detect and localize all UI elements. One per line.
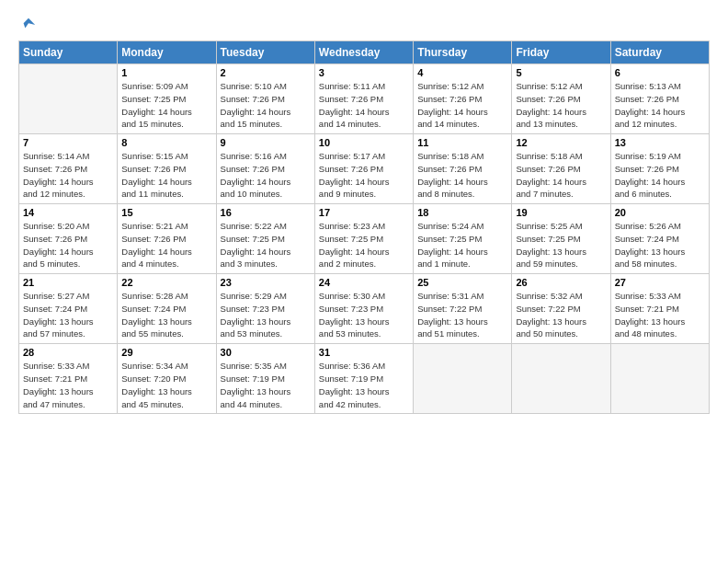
cell-info-text: Sunrise: 5:22 AMSunset: 7:25 PMDaylight:… <box>221 220 311 270</box>
calendar-cell: 27Sunrise: 5:33 AMSunset: 7:21 PMDayligh… <box>610 274 709 344</box>
cell-date-number: 27 <box>615 277 705 288</box>
header <box>18 17 710 33</box>
cell-date-number: 31 <box>319 347 409 358</box>
cell-info-text: Sunrise: 5:10 AMSunset: 7:26 PMDaylight:… <box>221 80 311 131</box>
cell-date-number: 2 <box>221 67 311 78</box>
calendar-header-saturday: Saturday <box>610 41 709 64</box>
calendar-cell: 1Sunrise: 5:09 AMSunset: 7:25 PMDaylight… <box>118 64 216 134</box>
cell-date-number: 10 <box>319 137 409 148</box>
calendar-cell: 20Sunrise: 5:26 AMSunset: 7:24 PMDayligh… <box>610 204 709 274</box>
calendar-header-tuesday: Tuesday <box>216 41 314 64</box>
calendar-cell: 2Sunrise: 5:10 AMSunset: 7:26 PMDaylight… <box>216 64 314 134</box>
calendar-cell: 31Sunrise: 5:36 AMSunset: 7:19 PMDayligh… <box>314 344 413 414</box>
calendar-cell: 24Sunrise: 5:30 AMSunset: 7:23 PMDayligh… <box>314 274 413 344</box>
calendar-cell: 17Sunrise: 5:23 AMSunset: 7:25 PMDayligh… <box>314 204 413 274</box>
logo-text <box>18 17 37 33</box>
calendar-cell: 21Sunrise: 5:27 AMSunset: 7:24 PMDayligh… <box>19 274 118 344</box>
cell-info-text: Sunrise: 5:16 AMSunset: 7:26 PMDaylight:… <box>221 150 311 201</box>
calendar-cell: 15Sunrise: 5:21 AMSunset: 7:26 PMDayligh… <box>118 204 216 274</box>
cell-info-text: Sunrise: 5:09 AMSunset: 7:25 PMDaylight:… <box>121 80 211 131</box>
cell-date-number: 30 <box>221 347 311 358</box>
calendar-cell: 3Sunrise: 5:11 AMSunset: 7:26 PMDaylight… <box>314 64 413 134</box>
cell-info-text: Sunrise: 5:34 AMSunset: 7:20 PMDaylight:… <box>121 360 211 410</box>
calendar-week-row: 1Sunrise: 5:09 AMSunset: 7:25 PMDaylight… <box>19 64 710 134</box>
calendar-week-row: 21Sunrise: 5:27 AMSunset: 7:24 PMDayligh… <box>19 274 710 344</box>
cell-date-number: 5 <box>516 67 606 78</box>
cell-date-number: 16 <box>221 207 311 218</box>
cell-date-number: 15 <box>121 207 211 218</box>
cell-date-number: 8 <box>121 137 211 148</box>
cell-info-text: Sunrise: 5:14 AMSunset: 7:26 PMDaylight:… <box>23 150 113 201</box>
calendar-header-thursday: Thursday <box>414 41 512 64</box>
calendar-cell <box>414 344 512 414</box>
calendar-week-row: 7Sunrise: 5:14 AMSunset: 7:26 PMDaylight… <box>19 134 710 204</box>
cell-info-text: Sunrise: 5:11 AMSunset: 7:26 PMDaylight:… <box>319 80 409 131</box>
svg-marker-0 <box>24 18 36 29</box>
calendar-table: SundayMondayTuesdayWednesdayThursdayFrid… <box>18 40 710 414</box>
calendar-cell: 13Sunrise: 5:19 AMSunset: 7:26 PMDayligh… <box>610 134 709 204</box>
cell-date-number: 12 <box>516 137 606 148</box>
page: SundayMondayTuesdayWednesdayThursdayFrid… <box>0 0 728 423</box>
calendar-cell: 6Sunrise: 5:13 AMSunset: 7:26 PMDaylight… <box>610 64 709 134</box>
calendar-header-wednesday: Wednesday <box>314 41 413 64</box>
calendar-cell: 7Sunrise: 5:14 AMSunset: 7:26 PMDaylight… <box>19 134 118 204</box>
logo-bird-icon <box>20 17 37 33</box>
cell-info-text: Sunrise: 5:28 AMSunset: 7:24 PMDaylight:… <box>121 290 211 340</box>
calendar-cell: 10Sunrise: 5:17 AMSunset: 7:26 PMDayligh… <box>314 134 413 204</box>
cell-info-text: Sunrise: 5:31 AMSunset: 7:22 PMDaylight:… <box>417 290 507 340</box>
cell-date-number: 14 <box>23 207 113 218</box>
cell-date-number: 13 <box>615 137 705 148</box>
calendar-cell <box>512 344 610 414</box>
cell-info-text: Sunrise: 5:36 AMSunset: 7:19 PMDaylight:… <box>319 360 409 410</box>
calendar-cell: 18Sunrise: 5:24 AMSunset: 7:25 PMDayligh… <box>414 204 512 274</box>
cell-info-text: Sunrise: 5:23 AMSunset: 7:25 PMDaylight:… <box>319 220 409 270</box>
cell-date-number: 23 <box>221 277 311 288</box>
cell-info-text: Sunrise: 5:13 AMSunset: 7:26 PMDaylight:… <box>615 80 705 131</box>
cell-info-text: Sunrise: 5:12 AMSunset: 7:26 PMDaylight:… <box>417 80 507 131</box>
cell-date-number: 3 <box>319 67 409 78</box>
calendar-cell <box>610 344 709 414</box>
calendar-cell: 5Sunrise: 5:12 AMSunset: 7:26 PMDaylight… <box>512 64 610 134</box>
calendar-week-row: 14Sunrise: 5:20 AMSunset: 7:26 PMDayligh… <box>19 204 710 274</box>
calendar-cell: 29Sunrise: 5:34 AMSunset: 7:20 PMDayligh… <box>118 344 216 414</box>
cell-info-text: Sunrise: 5:18 AMSunset: 7:26 PMDaylight:… <box>417 150 507 201</box>
cell-info-text: Sunrise: 5:12 AMSunset: 7:26 PMDaylight:… <box>516 80 606 131</box>
calendar-cell: 4Sunrise: 5:12 AMSunset: 7:26 PMDaylight… <box>414 64 512 134</box>
cell-date-number: 1 <box>121 67 211 78</box>
cell-date-number: 24 <box>319 277 409 288</box>
calendar-header-row: SundayMondayTuesdayWednesdayThursdayFrid… <box>19 41 710 64</box>
calendar-header-friday: Friday <box>512 41 610 64</box>
cell-date-number: 22 <box>121 277 211 288</box>
calendar-cell <box>19 64 118 134</box>
calendar-cell: 23Sunrise: 5:29 AMSunset: 7:23 PMDayligh… <box>216 274 314 344</box>
cell-date-number: 7 <box>23 137 113 148</box>
cell-info-text: Sunrise: 5:35 AMSunset: 7:19 PMDaylight:… <box>221 360 311 410</box>
cell-date-number: 19 <box>516 207 606 218</box>
cell-date-number: 9 <box>221 137 311 148</box>
calendar-cell: 19Sunrise: 5:25 AMSunset: 7:25 PMDayligh… <box>512 204 610 274</box>
calendar-week-row: 28Sunrise: 5:33 AMSunset: 7:21 PMDayligh… <box>19 344 710 414</box>
cell-info-text: Sunrise: 5:29 AMSunset: 7:23 PMDaylight:… <box>221 290 311 340</box>
logo <box>18 17 37 33</box>
cell-info-text: Sunrise: 5:17 AMSunset: 7:26 PMDaylight:… <box>319 150 409 201</box>
cell-info-text: Sunrise: 5:30 AMSunset: 7:23 PMDaylight:… <box>319 290 409 340</box>
cell-date-number: 17 <box>319 207 409 218</box>
cell-date-number: 28 <box>23 347 113 358</box>
calendar-header-monday: Monday <box>118 41 216 64</box>
calendar-cell: 22Sunrise: 5:28 AMSunset: 7:24 PMDayligh… <box>118 274 216 344</box>
cell-info-text: Sunrise: 5:33 AMSunset: 7:21 PMDaylight:… <box>615 290 705 340</box>
cell-date-number: 29 <box>121 347 211 358</box>
cell-info-text: Sunrise: 5:25 AMSunset: 7:25 PMDaylight:… <box>516 220 606 270</box>
cell-info-text: Sunrise: 5:26 AMSunset: 7:24 PMDaylight:… <box>615 220 705 270</box>
cell-date-number: 11 <box>417 137 507 148</box>
cell-info-text: Sunrise: 5:21 AMSunset: 7:26 PMDaylight:… <box>121 220 211 270</box>
cell-date-number: 26 <box>516 277 606 288</box>
cell-info-text: Sunrise: 5:27 AMSunset: 7:24 PMDaylight:… <box>23 290 113 340</box>
cell-info-text: Sunrise: 5:24 AMSunset: 7:25 PMDaylight:… <box>417 220 507 270</box>
cell-date-number: 21 <box>23 277 113 288</box>
calendar-cell: 8Sunrise: 5:15 AMSunset: 7:26 PMDaylight… <box>118 134 216 204</box>
cell-info-text: Sunrise: 5:32 AMSunset: 7:22 PMDaylight:… <box>516 290 606 340</box>
cell-info-text: Sunrise: 5:18 AMSunset: 7:26 PMDaylight:… <box>516 150 606 201</box>
cell-info-text: Sunrise: 5:20 AMSunset: 7:26 PMDaylight:… <box>23 220 113 270</box>
cell-info-text: Sunrise: 5:19 AMSunset: 7:26 PMDaylight:… <box>615 150 705 201</box>
